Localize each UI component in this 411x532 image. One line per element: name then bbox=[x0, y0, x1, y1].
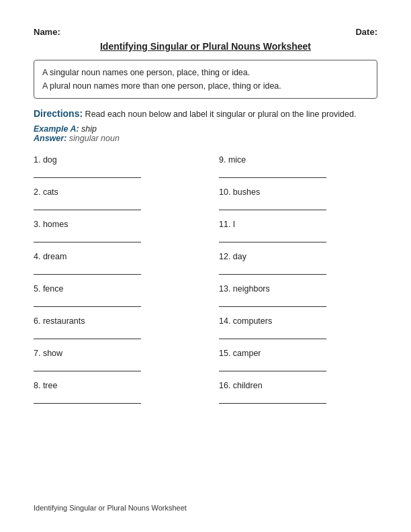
noun-label: 13. neighbors bbox=[219, 284, 377, 294]
nouns-grid: 1. dog2. cats3. homes4. dream5. fence6. … bbox=[34, 152, 377, 410]
list-item: 3. homes bbox=[34, 217, 205, 249]
noun-label: 7. show bbox=[34, 349, 205, 358]
answer-line bbox=[219, 330, 326, 339]
answer-line bbox=[219, 362, 326, 371]
noun-label: 12. day bbox=[219, 252, 377, 261]
list-item: 14. computers bbox=[219, 314, 377, 346]
answer-line bbox=[34, 298, 141, 307]
directions-row: Directions: Read each noun below and lab… bbox=[34, 108, 377, 119]
list-item: 12. day bbox=[219, 249, 377, 281]
list-item: 8. tree bbox=[34, 378, 205, 410]
page-title: Identifying Singular or Plural Nouns Wor… bbox=[34, 41, 377, 52]
answer-line bbox=[34, 233, 141, 242]
noun-label: 8. tree bbox=[34, 381, 205, 390]
example-block: Example A: ship Answer: singular noun bbox=[34, 124, 377, 143]
noun-label: 9. mice bbox=[219, 155, 377, 165]
answer-line bbox=[34, 394, 141, 404]
answer-line bbox=[219, 201, 326, 210]
answer-line bbox=[34, 265, 141, 275]
answer-line bbox=[219, 169, 326, 178]
list-item: 10. bushes bbox=[219, 185, 377, 217]
answer-line bbox=[34, 362, 141, 371]
noun-label: 11. I bbox=[219, 220, 377, 229]
noun-label: 4. dream bbox=[34, 252, 205, 261]
noun-label: 3. homes bbox=[34, 220, 205, 229]
list-item: 15. camper bbox=[219, 346, 377, 378]
list-item: 4. dream bbox=[34, 249, 205, 281]
noun-label: 5. fence bbox=[34, 284, 205, 294]
list-item: 11. I bbox=[219, 217, 377, 249]
noun-label: 16. children bbox=[219, 381, 377, 390]
list-item: 2. cats bbox=[34, 185, 205, 217]
list-item: 16. children bbox=[219, 378, 377, 410]
directions-text: Read each noun below and label it singul… bbox=[85, 109, 357, 119]
list-item: 1. dog bbox=[34, 152, 205, 185]
name-label: Name: bbox=[34, 27, 60, 37]
answer-label: Answer: bbox=[34, 134, 66, 143]
list-item: 7. show bbox=[34, 346, 205, 378]
answer-value: singular noun bbox=[69, 134, 120, 143]
info-box: A singular noun names one person, place,… bbox=[34, 60, 377, 99]
answer-line bbox=[219, 233, 326, 242]
answer-line bbox=[34, 201, 141, 210]
noun-label: 14. computers bbox=[219, 316, 377, 326]
noun-label: 6. restaurants bbox=[34, 316, 205, 326]
list-item: 9. mice bbox=[219, 152, 377, 185]
noun-label: 15. camper bbox=[219, 349, 377, 358]
list-item: 6. restaurants bbox=[34, 314, 205, 346]
right-column: 9. mice10. bushes11. I12. day13. neighbo… bbox=[205, 152, 377, 410]
list-item: 13. neighbors bbox=[219, 281, 377, 314]
left-column: 1. dog2. cats3. homes4. dream5. fence6. … bbox=[34, 152, 205, 410]
noun-label: 10. bushes bbox=[219, 187, 377, 197]
footer: Identifying Singular or Plural Nouns Wor… bbox=[34, 504, 187, 512]
info-line-1: A singular noun names one person, place,… bbox=[42, 66, 369, 79]
answer-line bbox=[219, 394, 326, 404]
info-line-2: A plural noun names more than one person… bbox=[42, 79, 369, 93]
noun-label: 1. dog bbox=[34, 155, 205, 165]
answer-line bbox=[34, 169, 141, 178]
answer-line bbox=[219, 298, 326, 307]
directions-label: Directions: bbox=[34, 108, 83, 119]
noun-label: 2. cats bbox=[34, 187, 205, 197]
example-label: Example A: bbox=[34, 124, 79, 134]
list-item: 5. fence bbox=[34, 281, 205, 314]
answer-line bbox=[34, 330, 141, 339]
example-word-text: ship bbox=[81, 124, 97, 134]
answer-line bbox=[219, 265, 326, 275]
date-label: Date: bbox=[355, 27, 377, 37]
